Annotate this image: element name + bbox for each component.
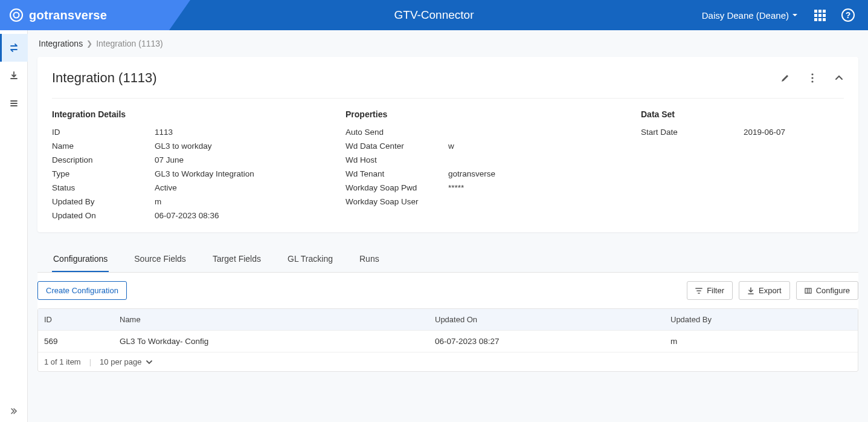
more-menu-button[interactable]: [811, 73, 814, 83]
sidebar: [0, 30, 28, 422]
tab-target-fields[interactable]: Target Fields: [211, 247, 262, 272]
columns-icon: [805, 287, 812, 294]
sidebar-expand[interactable]: [0, 406, 27, 416]
value-wd-tenant: gotransverse: [448, 169, 495, 178]
value-updated-on: 06-07-2023 08:36: [155, 211, 219, 220]
tab-runs[interactable]: Runs: [358, 247, 381, 272]
properties-heading: Properties: [346, 109, 626, 119]
integration-details-heading: Integration Details: [52, 109, 331, 119]
breadcrumb-current: Integration (1113): [96, 39, 163, 48]
label-wd-data-center: Wd Data Center: [346, 141, 448, 151]
configure-button-label: Configure: [816, 286, 850, 295]
apps-grid-icon[interactable]: [814, 10, 826, 21]
svg-rect-5: [805, 288, 811, 293]
breadcrumb-root[interactable]: Integrations: [39, 39, 83, 48]
brand-logo-icon: [8, 7, 24, 23]
collapse-button[interactable]: [834, 73, 844, 83]
filter-icon: [695, 287, 702, 294]
list-icon: [9, 99, 19, 108]
label-auto-send: Auto Send: [346, 128, 448, 137]
user-menu[interactable]: Daisy Deane (Deane): [702, 10, 799, 21]
value-name: GL3 to workday: [155, 141, 212, 151]
pencil-icon: [780, 73, 791, 83]
label-name: Name: [52, 141, 155, 151]
label-type: Type: [52, 169, 155, 178]
label-updated-on: Updated On: [52, 211, 155, 220]
label-status: Status: [52, 183, 155, 192]
download-icon: [9, 71, 19, 80]
value-workday-soap-pwd: *****: [448, 183, 464, 192]
label-wd-host: Wd Host: [346, 155, 448, 164]
sidebar-item-list[interactable]: [0, 89, 28, 117]
th-updated-on[interactable]: Updated On: [429, 309, 664, 330]
svg-point-2: [811, 73, 813, 75]
export-button-label: Export: [759, 286, 782, 295]
cell-name: GL3 To Workday- Config: [114, 331, 429, 352]
tab-gl-tracking[interactable]: GL Tracking: [286, 247, 334, 272]
tab-source-fields[interactable]: Source Fields: [133, 247, 187, 272]
label-start-date: Start Date: [641, 128, 744, 137]
kebab-icon: [811, 73, 814, 83]
value-status: Active: [155, 183, 177, 192]
app-title: GTV-Connector: [394, 8, 474, 22]
main-content: Integrations ❯ Integration (1113) Integr…: [28, 30, 868, 422]
value-updated-by: m: [155, 197, 161, 206]
label-wd-tenant: Wd Tenant: [346, 169, 448, 178]
help-icon[interactable]: ?: [841, 8, 855, 22]
integration-card: Integration (1113) Integration Details: [37, 57, 858, 232]
tabs: Configurations Source Fields Target Fiel…: [37, 247, 858, 273]
pager-divider: |: [89, 357, 91, 366]
svg-point-0: [10, 9, 22, 21]
filter-button[interactable]: Filter: [687, 281, 733, 300]
app-header: gotransverse GTV-Connector Daisy Deane (…: [0, 0, 868, 30]
svg-point-3: [811, 77, 813, 79]
chevron-right-icon: ❯: [86, 39, 92, 48]
table-row[interactable]: 569 GL3 To Workday- Config 06-07-2023 08…: [38, 330, 858, 352]
page-title: Integration (1113): [52, 70, 157, 86]
cell-id: 569: [38, 331, 114, 352]
export-button[interactable]: Export: [739, 281, 790, 300]
caret-down-icon: [791, 11, 799, 19]
tab-configurations[interactable]: Configurations: [52, 247, 109, 272]
svg-point-1: [14, 13, 19, 18]
filter-button-label: Filter: [707, 286, 724, 295]
swap-icon: [9, 42, 20, 53]
pager-summary: 1 of 1 item: [44, 357, 81, 366]
table-header-row: ID Name Updated On Updated By: [38, 309, 858, 330]
breadcrumb: Integrations ❯ Integration (1113): [37, 39, 858, 48]
per-page-selector[interactable]: 10 per page: [100, 357, 152, 366]
brand-name: gotransverse: [29, 8, 107, 22]
th-updated-by[interactable]: Updated By: [664, 309, 858, 330]
create-configuration-button[interactable]: Create Configuration: [37, 281, 127, 300]
label-description: Description: [52, 155, 155, 164]
chevron-up-icon: [834, 73, 844, 82]
value-start-date: 2019-06-07: [744, 128, 785, 137]
value-wd-data-center: w: [448, 141, 454, 151]
chevron-down-icon: [146, 359, 153, 366]
cell-updated-by: m: [664, 331, 858, 352]
th-id[interactable]: ID: [38, 309, 114, 330]
label-workday-soap-user: Workday Soap User: [346, 197, 448, 206]
chevron-right-double-icon: [9, 406, 19, 416]
cell-updated-on: 06-07-2023 08:27: [429, 331, 664, 352]
configure-button[interactable]: Configure: [796, 281, 858, 300]
value-type: GL3 to Workday Integration: [155, 169, 254, 178]
data-set-heading: Data Set: [641, 109, 844, 119]
sidebar-item-downloads[interactable]: [0, 62, 28, 89]
value-description: 07 June: [155, 155, 184, 164]
brand-area[interactable]: gotransverse: [0, 0, 169, 30]
value-id: 1113: [155, 128, 173, 137]
label-workday-soap-pwd: Workday Soap Pwd: [346, 183, 448, 192]
edit-button[interactable]: [780, 73, 791, 83]
th-name[interactable]: Name: [114, 309, 429, 330]
tab-content-configurations: Create Configuration Filter Export Confi…: [37, 273, 858, 372]
label-updated-by: Updated By: [52, 197, 155, 206]
configurations-table: ID Name Updated On Updated By 569 GL3 To…: [37, 308, 858, 372]
label-id: ID: [52, 128, 155, 137]
table-pager: 1 of 1 item | 10 per page: [38, 352, 858, 371]
sidebar-item-integrations[interactable]: [0, 34, 28, 62]
user-display-name: Daisy Deane (Deane): [702, 10, 789, 21]
svg-point-4: [811, 80, 813, 82]
per-page-label: 10 per page: [100, 357, 141, 366]
download-icon: [747, 287, 754, 294]
